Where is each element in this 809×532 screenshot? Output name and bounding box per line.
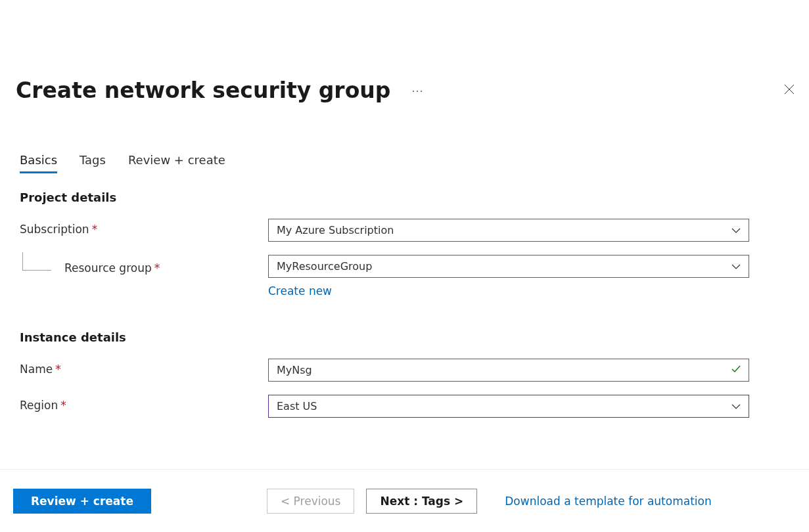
required-indicator: * (55, 363, 61, 376)
chevron-down-icon (731, 264, 741, 269)
region-select[interactable]: East US (268, 395, 749, 418)
chevron-down-icon (731, 404, 741, 409)
next-button[interactable]: Next : Tags > (366, 489, 477, 514)
required-indicator: * (92, 223, 98, 236)
close-icon (784, 84, 795, 95)
tree-indent-icon (22, 252, 51, 271)
subscription-select[interactable]: My Azure Subscription (268, 219, 749, 242)
region-select-value: East US (277, 400, 317, 412)
close-button[interactable] (784, 84, 797, 97)
required-indicator: * (154, 261, 160, 275)
footer-bar: Review + create < Previous Next : Tags >… (0, 469, 809, 532)
download-template-link[interactable]: Download a template for automation (505, 495, 711, 508)
label-name: Name* (20, 359, 268, 376)
chevron-down-icon (731, 228, 741, 233)
tab-review-create[interactable]: Review + create (128, 153, 225, 173)
section-project-details: Project details (20, 190, 789, 204)
tab-basics[interactable]: Basics (20, 153, 57, 173)
previous-button: < Previous (267, 489, 355, 514)
page-title: Create network security group (16, 78, 390, 103)
tab-tags[interactable]: Tags (80, 153, 106, 173)
review-create-button[interactable]: Review + create (13, 489, 151, 514)
create-new-resource-group-link[interactable]: Create new (268, 284, 749, 298)
section-instance-details: Instance details (20, 330, 789, 344)
tab-bar: Basics Tags Review + create (0, 103, 809, 173)
label-resource-group: Resource group* (20, 255, 268, 277)
name-input[interactable] (268, 359, 749, 382)
more-actions-icon[interactable]: ··· (411, 85, 423, 98)
required-indicator: * (60, 399, 66, 412)
resource-group-select-value: MyResourceGroup (277, 260, 372, 273)
subscription-select-value: My Azure Subscription (277, 224, 394, 236)
label-region: Region* (20, 395, 268, 412)
resource-group-select[interactable]: MyResourceGroup (268, 255, 749, 278)
valid-check-icon (731, 364, 741, 377)
label-subscription: Subscription* (20, 219, 268, 236)
